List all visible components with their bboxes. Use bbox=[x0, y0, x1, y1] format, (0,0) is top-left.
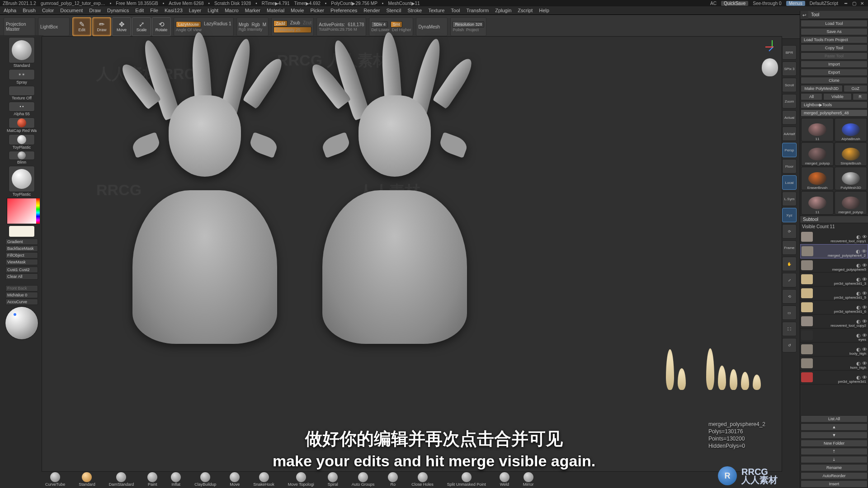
export-button[interactable]: Export bbox=[801, 69, 868, 76]
canvas-spix-3-button[interactable]: SPix 3 bbox=[782, 61, 797, 76]
tool-thumb[interactable]: merged_polysp bbox=[801, 142, 834, 166]
viewport[interactable]: 人人素材 RRCG RRCG 人人素材 RRCG 人人素材 RRCG 人人素材 bbox=[42, 36, 782, 472]
tool-panel-header[interactable]: Tool bbox=[808, 11, 868, 19]
move-mode-button[interactable]: ✥Move bbox=[112, 17, 131, 36]
canvas---button[interactable]: ▭ bbox=[782, 305, 797, 320]
material-slot-1[interactable]: MatCap Red Wa bbox=[5, 117, 38, 133]
shelf-ro[interactable]: Ro bbox=[388, 472, 398, 487]
alpha-slot[interactable]: • •Alpha 55 bbox=[5, 102, 38, 116]
subtool-row[interactable]: ◐👁pm3d_sphere3d1 bbox=[800, 371, 868, 385]
canvas-scroll-button[interactable]: Scroll bbox=[782, 78, 797, 92]
subtool-row[interactable]: ◐👁body_high bbox=[800, 343, 868, 357]
default-zscript[interactable]: DefaultZScript bbox=[810, 1, 838, 6]
tool-thumb[interactable]: merged_polysp bbox=[835, 191, 867, 215]
angle-of-view[interactable]: Angle Of View bbox=[176, 28, 231, 32]
tool-thumb[interactable]: SimpleBrush bbox=[835, 142, 867, 166]
axis-gizmo[interactable] bbox=[765, 40, 778, 53]
zcut-toggle[interactable]: Zcut bbox=[303, 20, 311, 27]
move-up-icon[interactable]: ⇡ bbox=[801, 448, 868, 455]
load-tool-button[interactable]: Load Tool bbox=[801, 20, 868, 27]
make-polymesh-button[interactable]: Make PolyMesh3D bbox=[801, 85, 843, 92]
scale-mode-button[interactable]: ⤢Scale bbox=[132, 17, 151, 36]
tool-thumb[interactable]: EraserBrush bbox=[801, 167, 834, 190]
lazyradius-slider[interactable]: LazyRadius 1 bbox=[204, 21, 231, 28]
edit-mode-button[interactable]: ✎Edit bbox=[72, 17, 91, 36]
fillobject-button[interactable]: FillObject bbox=[5, 252, 38, 258]
lightbox-button[interactable]: LightBox bbox=[38, 17, 70, 36]
menu-macro[interactable]: Macro bbox=[225, 8, 239, 13]
goz-r-button[interactable]: R bbox=[853, 93, 868, 100]
save-as-button[interactable]: Save As bbox=[801, 28, 868, 35]
menu-color[interactable]: Color bbox=[42, 8, 54, 13]
shelf-standard[interactable]: Standard bbox=[79, 472, 95, 487]
clear-all-button[interactable]: Clear All bbox=[5, 273, 38, 280]
shelf-spiral[interactable]: Spiral bbox=[328, 472, 338, 487]
menu-file[interactable]: File bbox=[150, 8, 158, 13]
m-toggle[interactable]: M bbox=[263, 22, 266, 27]
import-button[interactable]: Import bbox=[801, 61, 868, 68]
del-higher-button[interactable]: Del Higher bbox=[392, 28, 411, 32]
menu-document[interactable]: Document bbox=[60, 8, 83, 13]
goz-button[interactable]: GoZ bbox=[844, 85, 868, 92]
shelf-curvetube[interactable]: CurveTube bbox=[45, 472, 65, 487]
canvas-xyz-button[interactable]: Xyz bbox=[782, 208, 797, 222]
canvas-aahalf-button[interactable]: AAHalf bbox=[782, 127, 797, 141]
move-down-icon[interactable]: ⇣ bbox=[801, 456, 868, 463]
menu-picker[interactable]: Picker bbox=[310, 8, 324, 13]
shelf-split-unmasked-point[interactable]: Split Unmasked Point bbox=[447, 472, 486, 487]
draw-mode-button[interactable]: ✏Draw bbox=[92, 17, 111, 36]
polish-toggle[interactable]: Polish bbox=[453, 28, 464, 32]
menu-marker[interactable]: Marker bbox=[245, 8, 260, 13]
autoreorder-button[interactable]: AutoReorder bbox=[801, 472, 868, 479]
canvas-zoom-button[interactable]: Zoom bbox=[782, 94, 797, 108]
backfacemask-button[interactable]: BackfaceMask bbox=[5, 245, 38, 252]
close-icon[interactable]: ✕ bbox=[859, 1, 865, 6]
gradient-button[interactable]: Gradient bbox=[5, 239, 38, 245]
canvas-bpr-button[interactable]: BPR bbox=[782, 45, 797, 60]
menu-zscript[interactable]: Zscript bbox=[518, 8, 533, 13]
shelf-damstandard[interactable]: DamStandard bbox=[109, 472, 134, 487]
subtool-row[interactable]: ◐👁eyes bbox=[800, 328, 868, 343]
insert-button[interactable]: Insert bbox=[801, 480, 868, 488]
color-picker[interactable] bbox=[5, 198, 38, 224]
menu-kasi123[interactable]: Kasi123 bbox=[165, 8, 183, 13]
menu-help[interactable]: Help bbox=[539, 8, 549, 13]
menu-layer[interactable]: Layer bbox=[189, 8, 202, 13]
curve-preview[interactable] bbox=[5, 306, 38, 340]
menu-edit[interactable]: Edit bbox=[135, 8, 144, 13]
midvalue-slider[interactable]: MidValue 0 bbox=[5, 292, 38, 298]
subtool-row[interactable]: ◐👁recovered_tool_copy1 bbox=[800, 230, 868, 244]
shelf-move[interactable]: Move bbox=[230, 472, 240, 487]
menu-transform[interactable]: Transform bbox=[466, 8, 489, 13]
menu-alpha[interactable]: Alpha bbox=[4, 8, 16, 13]
zadd-toggle[interactable]: Zadd bbox=[274, 20, 288, 27]
menu-draw[interactable]: Draw bbox=[89, 8, 101, 13]
material-slot-3[interactable]: Blinn bbox=[5, 151, 38, 164]
new-folder-button[interactable]: New Folder bbox=[801, 440, 868, 447]
arrow-up-icon[interactable]: ▲ bbox=[801, 423, 868, 431]
copy-tool-button[interactable]: Copy Tool bbox=[801, 44, 868, 52]
secondary-color[interactable] bbox=[5, 225, 38, 237]
cust-buttons[interactable]: Cust1 Cust2 bbox=[5, 267, 38, 273]
menu-dynamics[interactable]: Dynamics bbox=[107, 8, 129, 13]
menus-toggle[interactable]: Menus bbox=[786, 1, 805, 6]
rename-button[interactable]: Rename bbox=[801, 464, 868, 471]
seethrough-slider[interactable]: See-through 0 bbox=[753, 1, 781, 6]
viewmask-button[interactable]: ViewMask bbox=[5, 259, 38, 265]
brush-slot[interactable]: Standard bbox=[5, 37, 38, 68]
current-tool-name[interactable]: merged_polysphere5_48 bbox=[801, 109, 868, 117]
project-toggle[interactable]: Project bbox=[466, 28, 479, 32]
canvas---button[interactable]: ⤢ bbox=[782, 273, 797, 287]
menu-texture[interactable]: Texture bbox=[428, 8, 444, 13]
rgb-toggle[interactable]: Rgb bbox=[251, 22, 259, 27]
resolution-slider[interactable]: Resolution 328 bbox=[453, 21, 484, 28]
menu-stroke[interactable]: Stroke bbox=[407, 8, 422, 13]
menu-render[interactable]: Render bbox=[363, 8, 380, 13]
load-tools-project-button[interactable]: Load Tools From Project bbox=[801, 36, 868, 43]
tool-thumb[interactable]: 11 bbox=[801, 118, 834, 141]
minimize-icon[interactable]: ━ bbox=[843, 1, 849, 6]
del-lower-button[interactable]: Del Lower bbox=[371, 28, 390, 32]
canvas---button[interactable]: ⟳ bbox=[782, 224, 797, 239]
subtool-row[interactable]: ◐👁merged_polysphere4_2 bbox=[800, 244, 868, 258]
subtool-list[interactable]: ◐👁recovered_tool_copy1◐👁merged_polyspher… bbox=[800, 230, 868, 415]
